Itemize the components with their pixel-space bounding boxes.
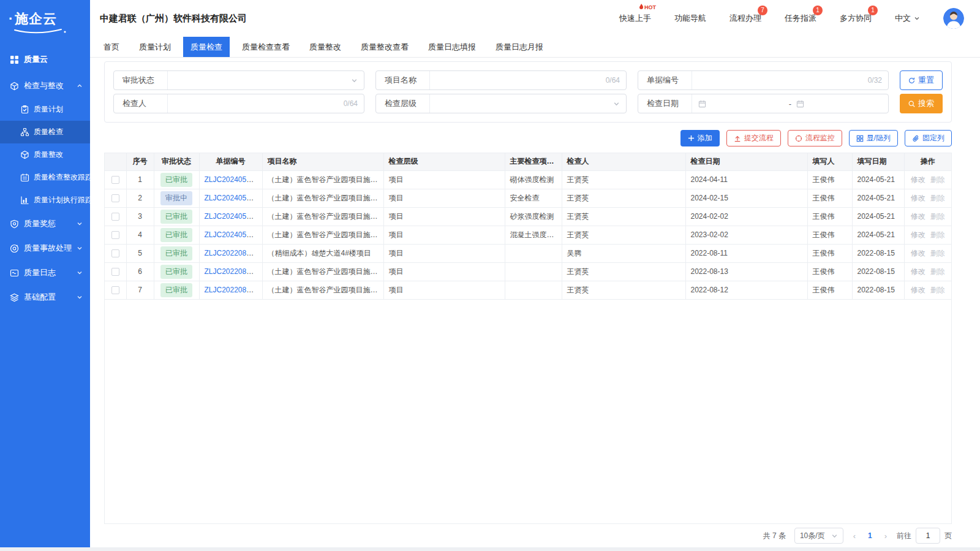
flow-monitor-button[interactable]: 流程监控 — [788, 130, 842, 146]
sidebar-item-quality-plan[interactable]: 质量计划 — [0, 98, 90, 121]
tab-log-monthly[interactable]: 质量日志月报 — [488, 37, 551, 57]
next-page-button[interactable]: › — [883, 531, 888, 541]
cell-writer: 王俊伟 — [807, 262, 852, 281]
sidebar-group-quality-rewards[interactable]: 质量奖惩 — [0, 211, 90, 236]
nav-task-assign[interactable]: 任务指派 1 — [785, 13, 816, 24]
delete-link[interactable]: 删除 — [930, 249, 945, 257]
sidebar-item-quality-rectify[interactable]: 质量整改 — [0, 143, 90, 166]
add-button[interactable]: 添加 — [680, 130, 720, 146]
cell-write-date: 2022-08-15 — [852, 244, 904, 262]
delete-link[interactable]: 删除 — [930, 230, 945, 239]
sidebar-item-label: 质量计划 — [34, 104, 63, 115]
edit-link[interactable]: 修改 — [911, 230, 925, 239]
toggle-columns-button[interactable]: 显/隐列 — [849, 130, 898, 146]
row-checkbox[interactable] — [111, 286, 119, 294]
sidebar-group-inspection-rectify[interactable]: 检查与整改 — [0, 74, 90, 98]
delete-link[interactable]: 删除 — [930, 194, 945, 202]
edit-link[interactable]: 修改 — [911, 175, 925, 184]
delete-link[interactable]: 删除 — [930, 267, 945, 276]
doc-no-link[interactable]: ZLJC2022080174 — [205, 249, 263, 257]
page-size-select[interactable]: 10条/页 — [794, 528, 843, 544]
goto-page-input[interactable]: 1 — [916, 528, 940, 544]
filter-inspector: 检查人 0/64 — [113, 94, 364, 113]
nav-multi-party[interactable]: 多方协同 1 — [840, 13, 872, 24]
row-checkbox[interactable] — [111, 231, 119, 239]
edit-link[interactable]: 修改 — [911, 212, 925, 221]
cell-check-level: 项目 — [383, 226, 505, 244]
tab-quality-plan[interactable]: 质量计划 — [132, 37, 178, 57]
row-checkbox[interactable] — [111, 194, 119, 202]
row-checkbox[interactable] — [111, 249, 119, 257]
page-size-label: 10条/页 — [800, 531, 825, 541]
filter-label: 单据编号 — [638, 71, 692, 89]
row-checkbox[interactable] — [111, 176, 119, 184]
edit-link[interactable]: 修改 — [911, 286, 925, 294]
project-name-input[interactable]: 0/64 — [430, 71, 626, 89]
sidebar-item-quality-inspection[interactable]: 质量检查 — [0, 121, 90, 143]
check-level-select[interactable] — [430, 94, 626, 113]
cell-no: 1 — [126, 170, 154, 189]
cell-check-level: 项目 — [383, 281, 505, 299]
chevron-down-icon — [914, 15, 920, 21]
sidebar-group-quality-log[interactable]: 质量日志 — [0, 260, 90, 285]
language-switcher[interactable]: 中文 — [895, 13, 920, 24]
target-icon — [10, 244, 19, 253]
sidebar-group-accident-handling[interactable]: 质量事故处理 — [0, 236, 90, 260]
check-date-end-input[interactable] — [796, 100, 882, 108]
fixed-columns-button[interactable]: 固定列 — [905, 130, 952, 146]
doc-no-link[interactable]: ZLJC2024050446 — [205, 175, 263, 184]
current-page[interactable]: 1 — [865, 531, 875, 540]
check-date-start-input[interactable] — [698, 100, 784, 108]
tab-log-fill[interactable]: 质量日志填报 — [421, 37, 483, 57]
doc-no-link[interactable]: ZLJC2022080173 — [205, 267, 263, 276]
delete-link[interactable]: 删除 — [930, 175, 945, 184]
avatar[interactable] — [943, 8, 964, 29]
submit-flow-label: 提交流程 — [744, 133, 774, 143]
submit-flow-button[interactable]: 提交流程 — [726, 130, 781, 146]
edit-link[interactable]: 修改 — [911, 194, 925, 202]
org-chart-icon — [20, 127, 29, 137]
table-row: 6 已审批 ZLJC2022080173 （土建）蓝色智谷产业园项目施工总承..… — [105, 262, 951, 281]
cell-check-level: 项目 — [383, 170, 505, 189]
inspector-input[interactable]: 0/64 — [168, 94, 364, 113]
row-checkbox[interactable] — [111, 268, 119, 276]
edit-link[interactable]: 修改 — [911, 249, 925, 257]
row-checkbox[interactable] — [111, 213, 119, 221]
tab-quality-rectify[interactable]: 质量整改 — [302, 37, 349, 57]
doc-no-link[interactable]: ZLJC2024050444 — [205, 212, 263, 221]
cell-inspector: 王贤英 — [562, 189, 685, 207]
sidebar-item-plan-exec-tracking[interactable]: 质量计划执行跟踪 — [0, 189, 90, 211]
doc-no-link[interactable]: ZLJC2024050443 — [205, 230, 263, 239]
sidebar-group-base-config[interactable]: 基础配置 — [0, 285, 90, 310]
logo-wave-icon — [12, 27, 69, 36]
cell-check-item: 混凝土强度检测 — [505, 226, 562, 244]
edit-link[interactable]: 修改 — [911, 267, 925, 276]
delete-link[interactable]: 删除 — [930, 212, 945, 221]
cell-check-level: 项目 — [383, 262, 505, 281]
cell-project: （土建）蓝色智谷产业园项目施工总承... — [262, 281, 383, 299]
tab-quality-inspection[interactable]: 质量检查 — [183, 37, 230, 57]
refresh-icon — [908, 77, 915, 85]
delete-link[interactable]: 删除 — [930, 286, 945, 294]
prev-page-button[interactable]: ‹ — [852, 531, 857, 541]
approval-status-select[interactable] — [168, 71, 364, 89]
col-check-item: 主要检查项名称 — [505, 153, 562, 170]
sidebar-item-rectify-tracking[interactable]: 质量检查整改跟踪 — [0, 166, 90, 189]
status-badge: 已审批 — [160, 210, 192, 224]
doc-no-link[interactable]: ZLJC2022080172 — [205, 286, 263, 294]
table-row: 3 已审批 ZLJC2024050444 （土建）蓝色智谷产业园项目施工总承..… — [105, 207, 951, 226]
doc-no-input[interactable]: 0/32 — [692, 71, 888, 89]
nav-label: 流程办理 — [729, 13, 761, 23]
nav-quick-start[interactable]: 快速上手 HOT — [619, 13, 651, 24]
tab-rectify-view[interactable]: 质量整改查看 — [353, 37, 416, 57]
col-check-level: 检查层级 — [383, 153, 505, 170]
nav-flow-handling[interactable]: 流程办理 7 — [729, 13, 761, 24]
nav-feature-guide[interactable]: 功能导航 — [674, 13, 706, 24]
tab-home[interactable]: 首页 — [96, 37, 127, 57]
cell-no: 6 — [126, 262, 154, 281]
sidebar-item-quality-cloud[interactable]: 质量云 — [0, 48, 90, 71]
search-button[interactable]: 搜索 — [900, 94, 943, 113]
tab-inspection-view[interactable]: 质量检查查看 — [235, 37, 297, 57]
doc-no-link[interactable]: ZLJC2024050445 — [205, 194, 263, 202]
reset-button[interactable]: 重置 — [900, 70, 943, 90]
